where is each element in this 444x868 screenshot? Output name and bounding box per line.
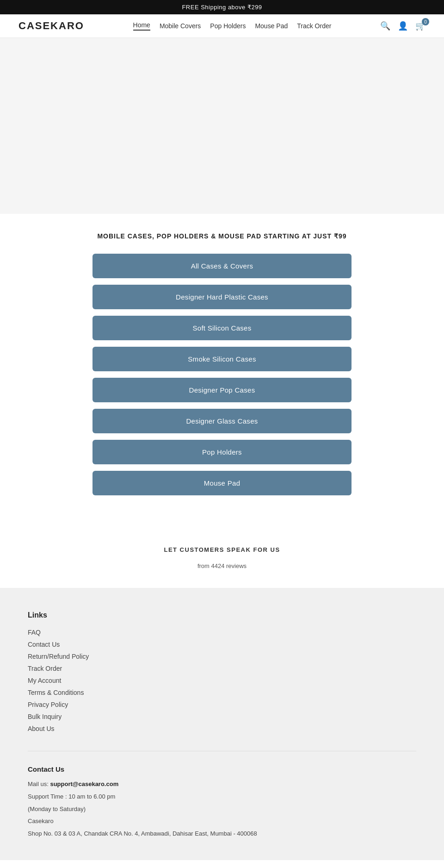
footer-links: FAQ Contact Us Return/Refund Policy Trac… [28, 629, 416, 732]
category-designer-hard-plastic[interactable]: Designer Hard Plastic Cases [92, 285, 352, 309]
footer-links-title: Links [28, 611, 416, 619]
reviews-section: LET CUSTOMERS SPEAK FOR US from 4424 rev… [0, 537, 444, 588]
category-designer-pop[interactable]: Designer Pop Cases [92, 378, 352, 402]
brand-name: Casekaro [28, 817, 416, 826]
link-bulk-inquiry[interactable]: Bulk Inquiry [28, 713, 62, 720]
contact-section: Contact Us Mail us: support@casekaro.com… [28, 765, 416, 839]
contact-title: Contact Us [28, 765, 416, 773]
header: CASEKARO Home Mobile Covers Pop Holders … [0, 14, 444, 38]
nav-item-mobile-covers[interactable]: Mobile Covers [160, 22, 201, 30]
footer-link-track: Track Order [28, 665, 416, 672]
footer-link-faq: FAQ [28, 629, 416, 636]
reviews-count: from 4424 reviews [18, 562, 426, 569]
link-about-us[interactable]: About Us [28, 725, 55, 732]
footer-link-refund: Return/Refund Policy [28, 653, 416, 660]
footer-link-terms: Terms & Conditions [28, 689, 416, 696]
nav-item-pop-holders[interactable]: Pop Holders [210, 22, 246, 30]
category-soft-silicon[interactable]: Soft Silicon Cases [92, 316, 352, 340]
mail-label: Mail us: [28, 781, 49, 787]
tagline: MOBILE CASES, POP HOLDERS & MOUSE PAD ST… [9, 232, 435, 240]
support-days: (Monday to Saturday) [28, 805, 416, 814]
category-buttons: All Cases & Covers Designer Hard Plastic… [92, 254, 352, 495]
footer-link-contact: Contact Us [28, 641, 416, 648]
link-track-order[interactable]: Track Order [28, 665, 62, 672]
nav-item-mouse-pad[interactable]: Mouse Pad [255, 22, 288, 30]
logo[interactable]: CASEKARO [18, 20, 84, 32]
main-nav: Home Mobile Covers Pop Holders Mouse Pad… [84, 21, 380, 31]
link-refund-policy[interactable]: Return/Refund Policy [28, 653, 89, 660]
footer-link-bulk: Bulk Inquiry [28, 713, 416, 720]
search-icon[interactable]: 🔍 [380, 21, 390, 31]
footer-link-about: About Us [28, 725, 416, 732]
link-faq[interactable]: FAQ [28, 629, 41, 636]
banner-text: FREE Shipping above ₹299 [182, 4, 262, 11]
account-icon[interactable]: 👤 [398, 21, 408, 31]
footer-link-privacy: Privacy Policy [28, 701, 416, 708]
header-icons: 🔍 👤 🛒 0 [380, 21, 426, 31]
link-contact-us[interactable]: Contact Us [28, 641, 60, 648]
cart-badge: 0 [422, 18, 429, 25]
link-terms[interactable]: Terms & Conditions [28, 689, 84, 696]
category-designer-glass[interactable]: Designer Glass Cases [92, 409, 352, 433]
top-banner: FREE Shipping above ₹299 [0, 0, 444, 14]
category-pop-holders[interactable]: Pop Holders [92, 440, 352, 464]
nav-item-home[interactable]: Home [133, 21, 150, 31]
footer-divider [28, 751, 416, 751]
footer-link-account: My Account [28, 677, 416, 684]
reviews-title: LET CUSTOMERS SPEAK FOR US [18, 546, 426, 553]
contact-mail: Mail us: support@casekaro.com [28, 780, 416, 789]
link-my-account[interactable]: My Account [28, 677, 61, 684]
cart-icon[interactable]: 🛒 0 [415, 21, 426, 31]
support-time: Support Time : 10 am to 6.00 pm [28, 792, 416, 802]
link-privacy-policy[interactable]: Privacy Policy [28, 701, 68, 708]
main-content: MOBILE CASES, POP HOLDERS & MOUSE PAD ST… [0, 214, 444, 537]
category-all-cases[interactable]: All Cases & Covers [92, 254, 352, 278]
category-smoke-silicon[interactable]: Smoke Silicon Cases [92, 347, 352, 371]
category-mouse-pad[interactable]: Mouse Pad [92, 471, 352, 495]
hero-image [0, 38, 444, 214]
footer: Links FAQ Contact Us Return/Refund Polic… [0, 588, 444, 860]
nav-item-track-order[interactable]: Track Order [297, 22, 331, 30]
mail-value: support@casekaro.com [50, 781, 118, 787]
address: Shop No. 03 & 03 A, Chandak CRA No. 4, A… [28, 829, 416, 839]
